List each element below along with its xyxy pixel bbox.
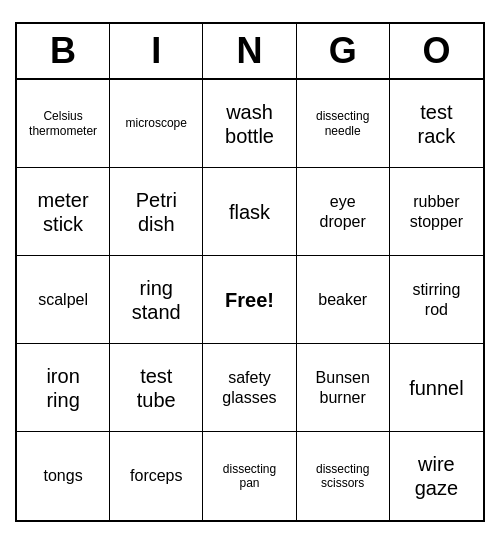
bingo-cell-5: meterstick	[17, 168, 110, 256]
bingo-cell-9: rubberstopper	[390, 168, 483, 256]
header-letter-o: O	[390, 24, 483, 78]
bingo-cell-12: Free!	[203, 256, 296, 344]
cell-text-0: Celsiusthermometer	[29, 109, 97, 138]
cell-text-2: washbottle	[225, 100, 274, 148]
cell-text-10: scalpel	[38, 290, 88, 309]
bingo-cell-6: Petridish	[110, 168, 203, 256]
header-letter-g: G	[297, 24, 390, 78]
bingo-cell-13: beaker	[297, 256, 390, 344]
bingo-cell-23: dissectingscissors	[297, 432, 390, 520]
cell-text-13: beaker	[318, 290, 367, 309]
bingo-cell-20: tongs	[17, 432, 110, 520]
cell-text-20: tongs	[44, 466, 83, 485]
cell-text-19: funnel	[409, 376, 464, 400]
cell-text-7: flask	[229, 200, 270, 224]
cell-text-17: safetyglasses	[222, 368, 276, 406]
bingo-cell-19: funnel	[390, 344, 483, 432]
cell-text-15: ironring	[46, 364, 79, 412]
header-letter-b: B	[17, 24, 110, 78]
bingo-cell-8: eyedroper	[297, 168, 390, 256]
cell-text-22: dissectingpan	[223, 462, 276, 491]
bingo-cell-10: scalpel	[17, 256, 110, 344]
bingo-cell-0: Celsiusthermometer	[17, 80, 110, 168]
bingo-cell-16: testtube	[110, 344, 203, 432]
cell-text-1: microscope	[126, 116, 187, 130]
bingo-cell-22: dissectingpan	[203, 432, 296, 520]
cell-text-6: Petridish	[136, 188, 177, 236]
cell-text-12: Free!	[225, 288, 274, 312]
cell-text-4: testrack	[417, 100, 455, 148]
bingo-card: BINGO Celsiusthermometermicroscopewashbo…	[15, 22, 485, 522]
bingo-header: BINGO	[17, 24, 483, 80]
bingo-cell-7: flask	[203, 168, 296, 256]
cell-text-18: Bunsenburner	[316, 368, 370, 406]
cell-text-14: stirringrod	[412, 280, 460, 318]
cell-text-3: dissectingneedle	[316, 109, 369, 138]
bingo-cell-24: wiregaze	[390, 432, 483, 520]
bingo-cell-11: ringstand	[110, 256, 203, 344]
bingo-cell-17: safetyglasses	[203, 344, 296, 432]
cell-text-11: ringstand	[132, 276, 181, 324]
bingo-cell-14: stirringrod	[390, 256, 483, 344]
bingo-cell-2: washbottle	[203, 80, 296, 168]
cell-text-24: wiregaze	[415, 452, 458, 500]
bingo-cell-21: forceps	[110, 432, 203, 520]
cell-text-8: eyedroper	[320, 192, 366, 230]
cell-text-21: forceps	[130, 466, 182, 485]
cell-text-16: testtube	[137, 364, 176, 412]
bingo-cell-1: microscope	[110, 80, 203, 168]
bingo-cell-15: ironring	[17, 344, 110, 432]
bingo-cell-4: testrack	[390, 80, 483, 168]
bingo-grid: Celsiusthermometermicroscopewashbottledi…	[17, 80, 483, 520]
bingo-cell-18: Bunsenburner	[297, 344, 390, 432]
header-letter-i: I	[110, 24, 203, 78]
cell-text-5: meterstick	[38, 188, 89, 236]
header-letter-n: N	[203, 24, 296, 78]
bingo-cell-3: dissectingneedle	[297, 80, 390, 168]
cell-text-9: rubberstopper	[410, 192, 463, 230]
cell-text-23: dissectingscissors	[316, 462, 369, 491]
